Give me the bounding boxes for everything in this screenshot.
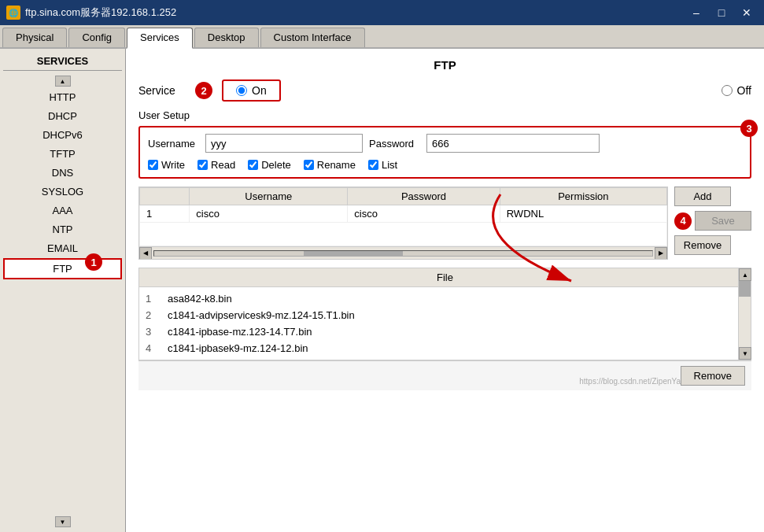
scroll-down-arrow[interactable]: ▼ (739, 347, 751, 360)
on-option-box[interactable]: On (222, 79, 281, 102)
write-permission[interactable]: Write (148, 159, 185, 171)
col-num (140, 188, 190, 205)
tab-config[interactable]: Config (68, 28, 125, 47)
annotation-badge-2: 2 (195, 82, 212, 99)
file-list: 1 asa842-k8.bin 2 c1841-advipservicesk9-… (139, 287, 751, 360)
file-name-1: asa842-k8.bin (168, 293, 232, 305)
add-button[interactable]: Add (674, 187, 731, 206)
password-input[interactable] (426, 134, 600, 153)
save-button[interactable]: Save (695, 211, 751, 231)
row-username: cisco (190, 205, 348, 223)
tab-bar: Physical Config Services Desktop Custom … (0, 25, 764, 49)
file-num-4: 4 (146, 342, 158, 354)
vertical-scrollbar[interactable]: ▲ ▼ (738, 268, 751, 360)
off-option[interactable]: Off (722, 84, 751, 97)
file-name-2: c1841-advipservicesk9-mz.124-15.T1.bin (168, 309, 355, 321)
sidebar-item-syslog[interactable]: SYSLOG (3, 183, 122, 201)
col-password: Password (348, 188, 500, 205)
table-section: Username Password Permission 1 cisco cis… (138, 187, 751, 260)
scroll-left-button[interactable]: ◀ (139, 247, 152, 260)
tab-services[interactable]: Services (127, 28, 193, 49)
list-item: 3 c1841-ipbase-mz.123-14.T7.bin (146, 323, 735, 340)
read-label: Read (211, 159, 235, 171)
file-name-3: c1841-ipbase-mz.123-14.T7.bin (168, 326, 312, 338)
sidebar-item-tftp[interactable]: TFTP (3, 145, 122, 163)
read-permission[interactable]: Read (197, 159, 235, 171)
sidebar: SERVICES ▲ HTTP DHCP DHCPv6 TFTP DNS SYS… (0, 49, 126, 532)
sidebar-item-ntp[interactable]: NTP (3, 220, 122, 238)
col-username: Username (190, 188, 348, 205)
rename-label: Rename (317, 159, 356, 171)
file-name-4: c1841-ipbasek9-mz.124-12.bin (168, 342, 308, 354)
action-buttons: Add 4 Save Remove (674, 187, 751, 260)
remove-row-button[interactable]: Remove (674, 235, 731, 255)
on-label[interactable]: On (252, 84, 267, 97)
sidebar-item-dhcpv6[interactable]: DHCPv6 (3, 126, 122, 144)
list-permission[interactable]: List (368, 159, 397, 171)
table-row[interactable]: 1 cisco cisco RWDNL (140, 205, 667, 223)
service-on-radio[interactable] (236, 85, 247, 96)
scroll-right-button[interactable]: ▶ (655, 247, 667, 260)
file-num-2: 2 (146, 309, 158, 321)
sidebar-item-aaa[interactable]: AAA (3, 201, 122, 220)
file-section: File 1 asa842-k8.bin 2 c1841-advipservic… (138, 268, 751, 360)
annotation-badge-1: 1 (85, 253, 102, 271)
sidebar-item-ftp[interactable]: FTP (3, 258, 122, 279)
sidebar-list: HTTP DHCP DHCPv6 TFTP DNS SYSLOG AAA NTP… (3, 88, 122, 515)
sidebar-title: SERVICES (3, 52, 122, 71)
rename-checkbox[interactable] (304, 160, 314, 170)
delete-checkbox[interactable] (248, 160, 258, 170)
app-icon: 🌐 (6, 6, 20, 20)
sidebar-item-email[interactable]: EMAIL (3, 239, 122, 257)
minimize-button[interactable]: – (685, 4, 707, 21)
sidebar-item-dns[interactable]: DNS (3, 164, 122, 182)
sidebar-item-http[interactable]: HTTP (3, 88, 122, 106)
delete-permission[interactable]: Delete (248, 159, 291, 171)
service-label: Service (138, 84, 186, 97)
users-table: Username Password Permission 1 cisco cis… (139, 187, 667, 246)
scroll-up-arrow[interactable]: ▲ (739, 268, 751, 281)
window-title: ftp.sina.com服务器192.168.1.252 (25, 6, 176, 20)
service-off-radio[interactable] (722, 85, 733, 96)
scroll-thumb-v (739, 281, 751, 297)
maximize-button[interactable]: □ (710, 4, 733, 21)
tab-custom-interface[interactable]: Custom Interface (260, 28, 365, 47)
scroll-thumb (304, 251, 404, 256)
file-list-box: File 1 asa842-k8.bin 2 c1841-advipservic… (138, 268, 751, 360)
scroll-up-button[interactable]: ▲ (55, 76, 71, 87)
window-controls: – □ ✕ (685, 4, 758, 21)
main-layout: SERVICES ▲ HTTP DHCP DHCPv6 TFTP DNS SYS… (0, 49, 764, 532)
close-button[interactable]: ✕ (736, 4, 758, 21)
sidebar-item-dhcp[interactable]: DHCP (3, 107, 122, 125)
tab-physical[interactable]: Physical (2, 28, 67, 47)
row-permission: RWDNL (500, 205, 666, 223)
rename-permission[interactable]: Rename (304, 159, 356, 171)
credentials-row: Username Password (148, 134, 742, 153)
scroll-down-button[interactable]: ▼ (55, 516, 71, 527)
off-label[interactable]: Off (737, 84, 751, 97)
list-item: 4 c1841-ipbasek9-mz.124-12.bin (146, 340, 735, 357)
username-input[interactable] (205, 134, 363, 153)
write-checkbox[interactable] (148, 160, 158, 170)
read-checkbox[interactable] (197, 160, 208, 170)
row-num: 1 (140, 205, 190, 223)
title-bar: 🌐 ftp.sina.com服务器192.168.1.252 – □ ✕ (0, 0, 764, 25)
col-permission: Permission (500, 188, 666, 205)
service-row: Service 2 On Off (138, 79, 751, 102)
list-checkbox[interactable] (368, 160, 378, 170)
file-header: File (139, 268, 751, 287)
scroll-track-v (739, 281, 751, 347)
horizontal-scrollbar[interactable]: ◀ ▶ (139, 246, 667, 259)
list-item: 2 c1841-advipservicesk9-mz.124-15.T1.bin (146, 307, 735, 323)
scroll-track (153, 250, 653, 257)
password-label: Password (369, 138, 420, 150)
remove-bottom-button[interactable]: Remove (681, 366, 745, 386)
file-content: 1 asa842-k8.bin 2 c1841-advipservicesk9-… (139, 287, 751, 360)
annotation-badge-4: 4 (674, 212, 692, 230)
table-row-empty (140, 223, 667, 246)
username-label: Username (148, 138, 199, 150)
file-num-3: 3 (146, 326, 158, 338)
bottom-bar: https://blog.csdn.net/ZipenYa Remove (138, 360, 751, 390)
tab-desktop[interactable]: Desktop (194, 28, 259, 47)
page-title: FTP (138, 58, 751, 72)
